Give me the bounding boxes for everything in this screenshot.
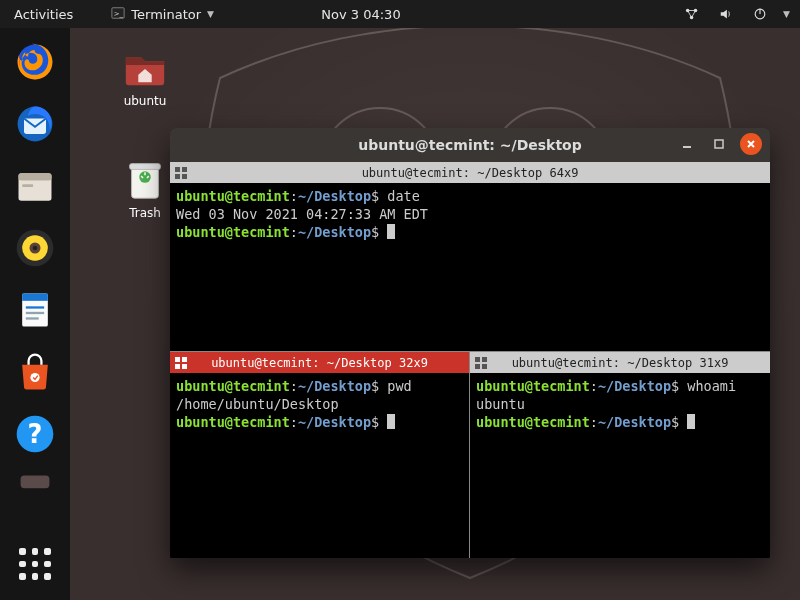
svg-rect-30: [182, 167, 187, 172]
power-icon[interactable]: [749, 7, 771, 21]
desktop-icon-home-label: ubuntu: [105, 94, 185, 108]
svg-rect-34: [182, 357, 187, 362]
dock-rhythmbox[interactable]: [11, 224, 59, 272]
window-maximize-button[interactable]: [708, 133, 730, 155]
terminator-window[interactable]: ubuntu@tecmint: ~/Desktop: [170, 128, 770, 558]
app-menu-button[interactable]: >_ Terminator ▼: [107, 6, 218, 23]
split-controls[interactable]: [474, 356, 488, 370]
system-menu-chevron-icon[interactable]: ▼: [783, 9, 790, 19]
window-minimize-button[interactable]: [676, 133, 698, 155]
svg-text:?: ?: [28, 419, 43, 449]
folder-home-icon: [122, 44, 168, 90]
svg-rect-17: [22, 294, 48, 301]
terminal-pane-top[interactable]: ubuntu@tecmint: ~/Desktop 64x9 ubuntu@te…: [170, 162, 770, 352]
terminal-icon: >_: [111, 6, 125, 23]
minimize-icon: [681, 138, 693, 150]
svg-text:>_: >_: [114, 9, 124, 17]
terminal-output-br[interactable]: ubuntu@tecmint:~/Desktop$ whoami ubuntu …: [470, 373, 770, 435]
pane-header-bl-text: ubuntu@tecmint: ~/Desktop 32x9: [211, 356, 428, 370]
svg-rect-19: [26, 312, 44, 314]
pane-header-top[interactable]: ubuntu@tecmint: ~/Desktop 64x9: [170, 162, 770, 183]
top-panel: Activities >_ Terminator ▼ Nov 3 04:30 ▼: [0, 0, 800, 28]
window-titlebar[interactable]: ubuntu@tecmint: ~/Desktop: [170, 128, 770, 162]
dock-overflow[interactable]: [11, 472, 59, 490]
pane-header-bl[interactable]: ubuntu@tecmint: ~/Desktop 32x9: [170, 352, 469, 373]
svg-rect-37: [475, 357, 480, 362]
svg-rect-29: [175, 167, 180, 172]
firefox-icon: [13, 40, 57, 84]
dock-thunderbird[interactable]: [11, 100, 59, 148]
dock-writer[interactable]: [11, 286, 59, 334]
split-controls[interactable]: [174, 356, 188, 370]
svg-rect-18: [26, 306, 44, 308]
terminal-output-top[interactable]: ubuntu@tecmint:~/Desktop$ date Wed 03 No…: [170, 183, 770, 245]
svg-rect-32: [182, 174, 187, 179]
svg-rect-33: [175, 357, 180, 362]
split-grid-icon: [174, 356, 188, 370]
activities-button[interactable]: Activities: [10, 7, 77, 22]
dock-software[interactable]: [11, 348, 59, 396]
svg-rect-10: [19, 173, 52, 180]
dock-files[interactable]: [11, 162, 59, 210]
svg-rect-26: [130, 164, 161, 170]
svg-rect-35: [175, 364, 180, 369]
volume-icon[interactable]: [715, 7, 737, 21]
terminal-pane-bottom-left[interactable]: ubuntu@tecmint: ~/Desktop 32x9 ubuntu@te…: [170, 352, 470, 558]
document-icon: [13, 288, 57, 332]
svg-rect-40: [482, 364, 487, 369]
thunderbird-icon: [13, 102, 57, 146]
dock-help[interactable]: ?: [11, 410, 59, 458]
svg-rect-28: [715, 140, 723, 148]
window-close-button[interactable]: [740, 133, 762, 155]
cursor: [387, 224, 395, 239]
svg-point-21: [30, 373, 39, 382]
window-title: ubuntu@tecmint: ~/Desktop: [358, 137, 582, 153]
split-grid-icon: [474, 356, 488, 370]
files-icon: [13, 164, 57, 208]
svg-rect-31: [175, 174, 180, 179]
cursor: [387, 414, 395, 429]
activities-label: Activities: [14, 7, 73, 22]
dock-firefox[interactable]: [11, 38, 59, 86]
desktop[interactable]: ubuntu Trash ubuntu@tecmint: ~/Desktop: [70, 28, 800, 600]
split-grid-icon: [174, 166, 188, 180]
svg-rect-20: [26, 317, 39, 319]
svg-point-15: [33, 246, 38, 251]
terminal-output-bl[interactable]: ubuntu@tecmint:~/Desktop$ pwd /home/ubun…: [170, 373, 469, 435]
clock[interactable]: Nov 3 04:30: [218, 7, 504, 22]
shopping-bag-icon: [13, 350, 57, 394]
chevron-down-icon: ▼: [207, 9, 214, 19]
cursor: [687, 414, 695, 429]
pane-header-br-text: ubuntu@tecmint: ~/Desktop 31x9: [512, 356, 729, 370]
overflow-icon: [13, 472, 57, 490]
svg-rect-24: [21, 476, 50, 489]
pane-header-br[interactable]: ubuntu@tecmint: ~/Desktop 31x9: [470, 352, 770, 373]
help-icon: ?: [13, 412, 57, 456]
pane-header-top-text: ubuntu@tecmint: ~/Desktop 64x9: [362, 166, 579, 180]
split-controls[interactable]: [174, 166, 188, 180]
svg-rect-11: [22, 184, 33, 187]
music-icon: [13, 226, 57, 270]
svg-rect-38: [482, 357, 487, 362]
terminal-panes: ubuntu@tecmint: ~/Desktop 64x9 ubuntu@te…: [170, 162, 770, 558]
app-menu-label: Terminator: [131, 7, 201, 22]
terminal-pane-bottom-right[interactable]: ubuntu@tecmint: ~/Desktop 31x9 ubuntu@te…: [470, 352, 770, 558]
maximize-icon: [713, 138, 725, 150]
show-applications-button[interactable]: [11, 540, 59, 588]
svg-rect-36: [182, 364, 187, 369]
network-icon[interactable]: [681, 7, 703, 21]
dock: ?: [0, 28, 70, 600]
close-icon: [745, 138, 757, 150]
svg-rect-39: [475, 364, 480, 369]
trash-icon: [122, 156, 168, 202]
desktop-icon-home[interactable]: ubuntu: [105, 44, 185, 108]
